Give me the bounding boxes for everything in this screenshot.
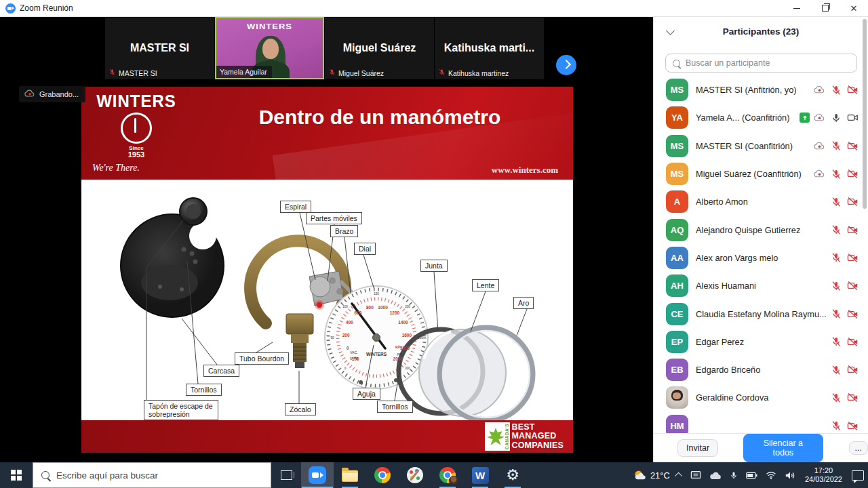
video-tile-3[interactable]: Miguel SuárezMiguel Suárez [325,17,434,79]
taskbar-app-settings[interactable]: ⚙ [496,462,529,488]
tile-name-label: MASTER SI [105,66,162,79]
dial-text: 200 [342,333,350,338]
tray-expand-chevron[interactable] [673,462,686,488]
participant-row[interactable]: AAAlex aron Vargs melo [654,244,868,272]
muted-mic-icon[interactable] [831,169,842,180]
scrollbar-thumb[interactable] [863,19,867,209]
taskbar-app-chrome[interactable] [366,462,399,488]
video-tile-4[interactable]: Katihuska marti...Katihuska martinez [435,17,544,79]
maximize-button[interactable] [811,0,840,16]
muted-camera-icon[interactable] [847,308,859,320]
camera-icon[interactable] [847,112,859,123]
muted-camera-icon[interactable] [847,364,859,375]
participant-name: MASTER SI (Anfitrión, yo) [696,85,810,95]
participant-name: Claudia Estefany Molina Raymu... [696,309,827,319]
muted-camera-icon[interactable] [847,280,859,291]
connect-display-icon[interactable] [686,462,705,488]
participant-photo-avatar [666,386,688,409]
muted-mic-icon[interactable] [831,252,842,263]
tray-temperature[interactable]: 21°C [650,470,670,481]
onedrive-cloud-icon[interactable] [705,462,726,488]
winters-logo: WINTERS Since 1953 We're There. [92,92,180,174]
participant-row[interactable]: AHAlexis Huamani [654,272,868,300]
dial-text: 200 [405,305,410,308]
invite-button[interactable]: Invitar [677,439,718,457]
weather-icon[interactable] [629,462,650,488]
muted-camera-icon[interactable] [847,84,859,96]
volume-icon[interactable] [781,462,800,488]
taskbar-app-paint[interactable] [399,462,431,488]
muted-camera-icon[interactable] [847,196,859,207]
muted-camera-icon[interactable] [847,168,859,180]
muted-camera-icon[interactable] [847,336,859,348]
muted-mic-icon[interactable] [831,392,842,403]
participant-name: Alex aron Vargs melo [696,253,827,263]
muted-camera-icon[interactable] [847,224,859,236]
slide-header: WINTERS Since 1953 We're There. Dentro d… [81,87,573,180]
participant-search-box[interactable] [665,54,857,73]
participants-header: Participantes (23) [654,17,868,45]
video-tile-1[interactable]: MASTER SIMASTER SI [105,17,214,79]
muted-camera-icon[interactable] [847,140,859,152]
muted-camera-icon[interactable] [847,420,859,432]
next-videos-button[interactable] [556,55,576,75]
part-label-carcasa: Carcasa [203,365,239,377]
muted-camera-icon[interactable] [847,252,859,264]
muted-mic-icon[interactable] [831,281,842,291]
muted-mic-icon[interactable] [831,336,842,347]
participant-row[interactable]: MSMASTER SI (Coanfitrión) [654,132,868,160]
taskbar-zoom-icon [309,466,326,484]
participant-row[interactable]: MSMASTER SI (Anfitrión, yo) [654,76,868,104]
tile-name-label: Katihuska martinez [435,66,513,79]
task-view-button[interactable] [271,462,301,488]
muted-mic-icon[interactable] [831,365,842,375]
start-button[interactable] [0,462,33,488]
search-icon [673,60,680,67]
action-center-button[interactable] [848,462,868,488]
participant-row[interactable]: YAYamela A... (Coanfitrión) [654,104,868,131]
taskbar-search-input[interactable] [55,470,271,481]
participant-search-input[interactable] [684,58,856,68]
muted-mic-icon[interactable] [831,197,842,207]
muted-mic-icon[interactable] [831,224,842,235]
muted-mic-icon[interactable] [831,308,842,319]
participant-row[interactable]: AAlberto Amon [654,188,868,216]
recording-cloud-icon [24,88,35,100]
close-button[interactable]: ✕ [840,0,868,16]
dial-text: 800 [366,305,374,310]
taskbar-app-chrome-profile[interactable] [431,462,464,488]
mute-all-button[interactable]: Silenciar a todos [743,434,823,462]
taskbar-clock[interactable]: 17:20 24/03/2022 [800,466,848,484]
video-tile-2[interactable]: WINTERSYamela Aguilar [215,17,324,79]
muted-mic-icon[interactable] [831,140,842,151]
taskbar-app-word[interactable]: W [464,462,496,488]
participant-row[interactable]: MSMiguel Suárez (Coanfitrión) [654,160,868,188]
participant-row[interactable]: EBEdgardo Briceño [654,356,868,384]
tile-label-text: Katihuska martinez [448,69,509,77]
muted-mic-icon[interactable] [831,85,842,96]
muted-mic-icon[interactable] [831,420,842,431]
mic-icon[interactable] [831,113,842,123]
muted-mic-icon [108,68,116,77]
participant-row[interactable]: EPEdgar Perez [654,328,868,356]
taskbar-search-box[interactable] [33,462,271,488]
taskbar-app-file-explorer[interactable] [334,462,366,488]
participant-row[interactable]: HM [654,412,868,434]
taskbar-apps: W⚙ [301,462,529,488]
muted-camera-icon[interactable] [847,392,859,403]
participant-row[interactable]: AQAlejandro Quispe Gutierrez [654,216,868,243]
winters-gauge-icon [121,113,152,144]
taskbar-app-zoom[interactable] [301,462,334,488]
taskbar-chrome-icon [374,467,391,483]
slide-footer: CANADA'S BEST MANAGED COMPANIES [81,420,573,453]
minimize-button[interactable] [783,0,811,16]
tile-name-label: Miguel Suárez [325,66,389,79]
participant-row[interactable]: CEClaudia Estefany Molina Raymu... [654,300,868,327]
microphone-tray-icon[interactable] [726,462,742,488]
participant-row[interactable]: Geraldine Cordova [654,384,868,411]
taskbar-settings-icon: ⚙ [506,468,519,483]
battery-icon[interactable] [742,462,762,488]
more-options-button[interactable]: ... [849,441,868,455]
recording-indicator[interactable]: Grabando... [19,86,85,102]
wifi-icon[interactable] [762,462,781,488]
